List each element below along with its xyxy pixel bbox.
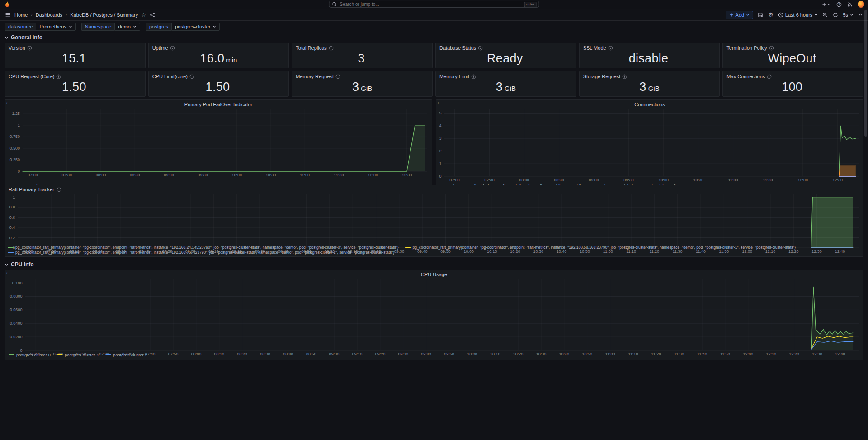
add-button[interactable]: Add <box>726 11 754 19</box>
svg-text:10:00: 10:00 <box>658 178 669 182</box>
svg-text:0.2: 0.2 <box>9 236 15 240</box>
info-icon[interactable] <box>170 46 175 51</box>
info-icon[interactable] <box>329 46 334 51</box>
stat-title: CPU Limit(core) <box>152 74 188 79</box>
refresh-interval-dropdown[interactable]: 5s <box>843 11 854 19</box>
section-general-info[interactable]: General Info <box>0 33 868 43</box>
legend-label: pg_coordinator_raft_primary{container="p… <box>15 245 399 250</box>
panel-title[interactable]: Connnections <box>436 100 863 108</box>
legend-swatch <box>105 354 111 355</box>
info-icon[interactable] <box>27 46 32 51</box>
panel-connections: i Connnections 01234507:0007:3008:0008:3… <box>436 99 863 191</box>
variable-namespace: Namespace demo <box>81 23 140 31</box>
search-shortcut-badge: ctrl+k <box>524 2 536 7</box>
top-right-actions <box>821 1 864 8</box>
svg-text:0.8: 0.8 <box>9 205 15 209</box>
user-avatar[interactable] <box>858 1 864 8</box>
variable-label: postgres <box>146 23 171 31</box>
time-range-picker[interactable]: Last 6 hours <box>778 11 818 19</box>
raft-chart-plot[interactable]: 00.20.40.60.8106:5007:0007:1007:2007:300… <box>5 193 863 245</box>
share-icon[interactable] <box>149 12 156 18</box>
scroll-top-icon[interactable] <box>858 12 863 17</box>
info-icon[interactable] <box>608 46 613 51</box>
panel-info-corner[interactable]: i <box>6 270 8 274</box>
breadcrumb-dashboards[interactable]: Dashboards <box>36 12 62 18</box>
stat-title: Uptime <box>152 45 168 51</box>
legend-item[interactable]: postgres-cluster-2 <box>105 352 147 357</box>
help-icon[interactable] <box>836 2 842 7</box>
info-icon[interactable] <box>335 74 340 79</box>
stat-title: Version <box>9 45 25 51</box>
stat-grid: Version 15.1 Uptime 16.0min Total Replic… <box>0 43 868 97</box>
cpu-usage-chart-plot[interactable]: 00.02000.04000.06000.08000.10006:5007:00… <box>5 278 863 352</box>
chart-legend: pg_coordinator_raft_primary{container="p… <box>5 245 863 256</box>
breadcrumb-home[interactable]: Home <box>14 12 28 18</box>
info-icon[interactable] <box>622 74 627 79</box>
stat-panel-database-status: Database Status Ready <box>435 43 576 68</box>
search-input[interactable]: Search or jump to... ctrl+k <box>329 1 539 8</box>
svg-text:0.0600: 0.0600 <box>10 308 23 312</box>
info-icon[interactable] <box>769 46 774 51</box>
favorite-star-icon[interactable]: ☆ <box>141 12 146 18</box>
svg-text:0.0200: 0.0200 <box>10 335 23 339</box>
svg-text:11:00: 11:00 <box>300 173 310 177</box>
svg-text:10:30: 10:30 <box>693 178 703 182</box>
panel-info-corner[interactable]: i <box>438 100 439 104</box>
stat-value: 100 <box>782 80 804 94</box>
info-icon[interactable] <box>471 74 476 79</box>
svg-text:10:00: 10:00 <box>232 173 242 177</box>
stat-title: Max Connections <box>726 74 765 79</box>
zoom-out-icon[interactable] <box>822 12 828 18</box>
new-menu-button[interactable] <box>821 2 831 7</box>
svg-text:07:00: 07:00 <box>449 178 460 182</box>
info-icon[interactable] <box>478 46 483 51</box>
breadcrumb-separator: › <box>66 12 67 17</box>
panel-info-corner[interactable]: i <box>6 100 8 104</box>
stat-value: WipeOut <box>768 52 818 66</box>
info-icon[interactable] <box>56 74 61 79</box>
svg-text:08:30: 08:30 <box>130 173 140 177</box>
stat-title: Total Replicas <box>296 45 326 51</box>
legend-item[interactable]: pg_coordinator_raft_primary{container="p… <box>8 245 399 250</box>
stat-value: 3GiB <box>496 80 516 94</box>
info-icon[interactable] <box>57 187 61 192</box>
panel-title[interactable]: Raft Primary Tracker <box>9 187 54 192</box>
save-dashboard-icon[interactable] <box>757 12 764 18</box>
dashboard-settings-icon[interactable]: ⚙ <box>768 12 774 18</box>
mega-menu-icon[interactable] <box>5 12 11 18</box>
svg-text:09:30: 09:30 <box>623 178 634 182</box>
search-icon <box>332 2 338 7</box>
dashboard-toolbar: Home › Dashboards › KubeDB / Postgres / … <box>0 9 868 21</box>
svg-text:07:30: 07:30 <box>62 173 72 177</box>
stat-panel-version: Version 15.1 <box>5 43 146 68</box>
scrollbar[interactable] <box>864 10 867 137</box>
stat-panel-memory-limit: Memory Limit 3GiB <box>435 71 576 97</box>
legend-item[interactable]: pg_coordinator_raft_primary{container="p… <box>8 250 394 255</box>
info-icon[interactable] <box>189 74 194 79</box>
svg-text:2: 2 <box>439 149 441 153</box>
add-button-label: Add <box>736 12 745 18</box>
variable-datasource-dropdown[interactable]: Prometheus <box>36 23 75 31</box>
stat-panel-uptime: Uptime 16.0min <box>148 43 289 68</box>
search-placeholder: Search or jump to... <box>340 2 522 7</box>
stat-title: Termination Policy <box>726 45 767 51</box>
legend-item[interactable]: postgres-cluster-1 <box>57 352 99 357</box>
section-title: CPU Info <box>11 261 34 268</box>
section-cpu-info[interactable]: CPU Info <box>0 260 868 270</box>
grafana-logo[interactable] <box>4 1 11 8</box>
variable-postgres-dropdown[interactable]: postgres-cluster <box>171 23 220 31</box>
panel-title[interactable]: CPU Usage <box>5 270 863 278</box>
failover-chart-plot[interactable]: 00.2500.5000.75011.2507:0007:3008:0008:3… <box>5 108 432 183</box>
legend-item[interactable]: postgres-cluster-0 <box>9 352 51 357</box>
panel-title[interactable]: Primary Pod FailOver Indicator <box>5 100 432 108</box>
connections-chart-plot[interactable]: 01234507:0007:3008:0008:3009:0009:3010:0… <box>436 108 863 183</box>
svg-text:1: 1 <box>13 195 15 199</box>
legend-label: postgres-cluster-2 <box>113 352 147 357</box>
legend-item[interactable]: pg_coordinator_raft_primary{container="p… <box>405 245 796 250</box>
svg-text:08:30: 08:30 <box>554 178 564 182</box>
panel-raft-primary-tracker: Raft Primary Tracker 00.20.40.60.8106:50… <box>5 185 863 257</box>
info-icon[interactable] <box>767 74 772 79</box>
refresh-icon[interactable] <box>832 12 839 18</box>
variable-namespace-dropdown[interactable]: demo <box>114 23 140 31</box>
news-icon[interactable] <box>847 2 853 7</box>
